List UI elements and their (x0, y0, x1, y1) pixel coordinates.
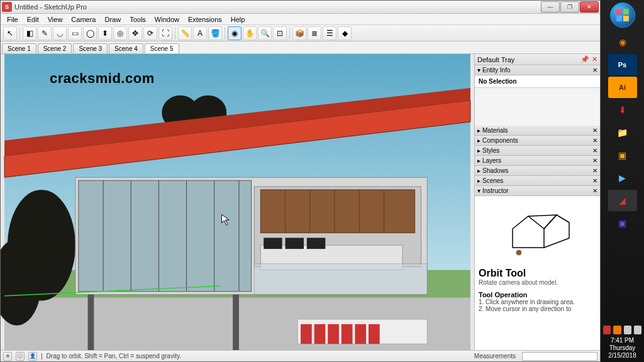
panel-x-icon[interactable]: ✕ (592, 167, 597, 174)
pencil-tool-icon[interactable]: ✎ (38, 26, 52, 40)
media-icon[interactable]: ▣ (608, 145, 637, 166)
eraser-tool-icon[interactable]: ◧ (23, 26, 36, 40)
offset-tool-icon[interactable]: ◎ (113, 26, 127, 40)
geo-icon[interactable]: ⊕ (3, 352, 12, 361)
pan-tool-icon[interactable]: ✋ (243, 26, 257, 40)
credits-icon[interactable]: ⓘ (16, 352, 25, 361)
sketchup-icon[interactable]: ◢ (608, 190, 637, 211)
maximize-button[interactable]: ❐ (560, 1, 579, 13)
menu-help[interactable]: Help (227, 15, 249, 24)
scene-tab-3[interactable]: Scene 3 (73, 43, 108, 53)
svg-rect-32 (301, 324, 312, 344)
scale-tool-icon[interactable]: ⛶ (158, 26, 172, 40)
panel-label: Entity Info (482, 67, 510, 74)
menu-tools[interactable]: Tools (126, 15, 150, 24)
menu-file[interactable]: File (3, 15, 22, 24)
paint-tool-icon[interactable]: 🪣 (208, 26, 222, 40)
acrobat-icon[interactable]: ⬇ (608, 99, 637, 121)
titlebar: S Untitled - SketchUp Pro — ❐ ✕ (1, 1, 600, 14)
panel-instructor[interactable]: ▾Instructor✕ (475, 186, 600, 196)
tray-vol-icon[interactable] (634, 326, 641, 334)
photoshop-icon[interactable]: Ps (608, 54, 637, 75)
panel-layers[interactable]: ▸Layers✕ (475, 156, 600, 166)
tape-tool-icon[interactable]: 📏 (178, 26, 192, 40)
rotate-tool-icon[interactable]: ⟳ (143, 26, 157, 40)
measurements-label: Measurements (474, 353, 516, 359)
menu-camera[interactable]: Camera (67, 15, 99, 24)
viewport[interactable]: cracksmid.com (1, 54, 474, 350)
pin-icon[interactable]: 📌 (580, 55, 589, 63)
panel-materials[interactable]: ▸Materials✕ (475, 126, 600, 136)
panel-label: Materials (482, 127, 508, 134)
tray-header[interactable]: Default Tray 📌 ✕ (475, 54, 600, 65)
select-tool-icon[interactable]: ↖ (3, 26, 17, 40)
zoom-tool-icon[interactable]: 🔍 (258, 26, 272, 40)
panel-x-icon[interactable]: ✕ (592, 137, 597, 144)
tray-close-icon[interactable]: ✕ (592, 55, 597, 63)
scene-tab-5[interactable]: Scene 5 (145, 43, 179, 53)
outliner-tool-icon[interactable]: ☰ (323, 26, 336, 40)
arc-tool-icon[interactable]: ◡ (53, 26, 67, 40)
measurements-input[interactable] (522, 352, 597, 361)
panel-entity-info[interactable]: ▾ Entity Info ✕ (475, 65, 600, 75)
user-icon[interactable]: 👤 (28, 352, 37, 361)
panel-styles[interactable]: ▸Styles✕ (475, 146, 600, 156)
instructor-op2: 2. Move cursor in any direction to (479, 305, 596, 312)
separator (225, 27, 225, 40)
svg-rect-18 (260, 190, 414, 233)
scene-tab-2[interactable]: Scene 2 (38, 43, 72, 53)
text-tool-icon[interactable]: A (193, 26, 207, 40)
panel-x-icon[interactable]: ✕ (592, 67, 597, 74)
svg-rect-10 (79, 180, 252, 292)
menu-view[interactable]: View (44, 15, 67, 24)
illustrator-icon[interactable]: Ai (608, 77, 637, 98)
clock[interactable]: 7:41 PM Thursday 2/15/2018 (603, 337, 641, 359)
panel-scenes[interactable]: ▸Scenes✕ (475, 176, 600, 186)
pushpull-tool-icon[interactable]: ⬍ (98, 26, 112, 40)
panel-shadows[interactable]: ▸Shadows✕ (475, 166, 600, 176)
toolbar: ↖ ◧ ✎ ◡ ▭ ◯ ⬍ ◎ ✥ ⟳ ⛶ 📏 A 🪣 ◉ ✋ 🔍 ⊡ 📦 ≣ … (1, 25, 600, 41)
start-button[interactable] (610, 3, 635, 28)
tray-shield-icon[interactable] (613, 326, 621, 334)
svg-rect-45 (623, 16, 629, 21)
panel-x-icon[interactable]: ✕ (592, 177, 597, 184)
svg-rect-27 (307, 238, 325, 249)
firefox-icon[interactable]: ◉ (608, 31, 637, 53)
orbit-tool-icon[interactable]: ◉ (228, 26, 242, 40)
layers-tool-icon[interactable]: ≣ (308, 26, 321, 40)
panel-label: Styles (482, 147, 499, 154)
move-tool-icon[interactable]: ✥ (128, 26, 142, 40)
menu-window[interactable]: Window (151, 15, 183, 24)
close-button[interactable]: ✕ (580, 1, 599, 13)
svg-rect-26 (286, 238, 304, 249)
panel-x-icon[interactable]: ✕ (592, 147, 597, 154)
windows-taskbar: ◉ Ps Ai ⬇ 📁 ▣ ▶ ◢ ▣ 7:41 PM Thursday 2/1… (601, 0, 644, 362)
zoomext-tool-icon[interactable]: ⊡ (273, 26, 287, 40)
svg-rect-29 (88, 295, 94, 350)
rect-tool-icon[interactable]: ▭ (68, 26, 82, 40)
tray-net-icon[interactable] (624, 326, 631, 334)
svg-rect-37 (369, 324, 380, 344)
default-tray: Default Tray 📌 ✕ ▾ Entity Info ✕ No Sele… (474, 54, 600, 350)
panel-components[interactable]: ▸Components✕ (475, 136, 600, 146)
ruby-tool-icon[interactable]: ◆ (338, 26, 352, 40)
chevron-right-icon: ▸ (477, 127, 482, 134)
tray-flag-icon[interactable] (603, 326, 611, 334)
scene-tab-4[interactable]: Scene 4 (109, 43, 143, 53)
menu-edit[interactable]: Edit (23, 15, 43, 24)
tray-title: Default Tray (477, 56, 514, 63)
panel-x-icon[interactable]: ✕ (592, 127, 597, 134)
warehouse-tool-icon[interactable]: 📦 (292, 26, 306, 40)
chevron-right-icon: ▸ (477, 137, 482, 144)
app-icon[interactable]: ▣ (608, 212, 637, 234)
panel-x-icon[interactable]: ✕ (592, 187, 597, 194)
player-icon[interactable]: ▶ (608, 167, 637, 189)
folder-icon[interactable]: 📁 (608, 122, 637, 143)
menu-draw[interactable]: Draw (101, 15, 125, 24)
minimize-button[interactable]: — (541, 1, 560, 13)
workspace: cracksmid.com Default Tray 📌 ✕ ▾ Entity … (1, 54, 600, 350)
circle-tool-icon[interactable]: ◯ (83, 26, 97, 40)
menu-extensions[interactable]: Extensions (184, 15, 226, 24)
panel-x-icon[interactable]: ✕ (592, 157, 597, 164)
scene-tab-1[interactable]: Scene 1 (2, 43, 36, 53)
